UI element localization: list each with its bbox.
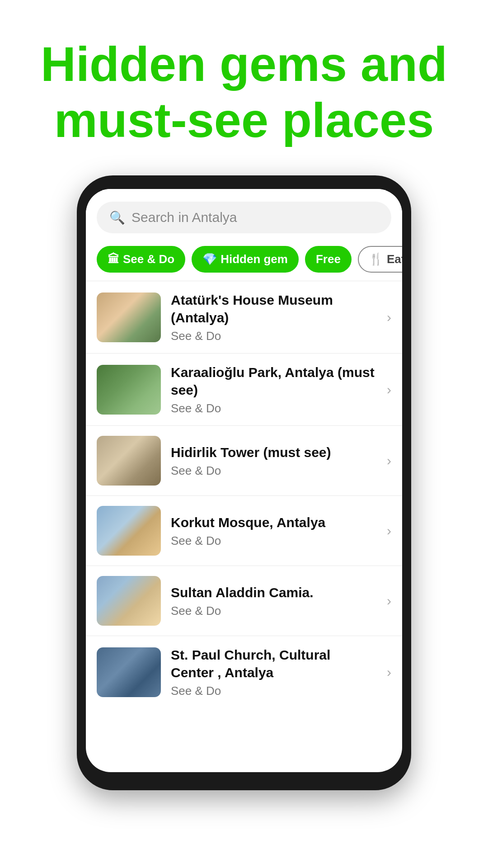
item-name: Karaalioğlu Park, Antalya (must see)	[171, 363, 377, 399]
item-info: Atatürk's House Museum (Antalya) See & D…	[171, 291, 377, 343]
chip-hidden-gem-label: Hidden gem	[221, 252, 288, 266]
chip-free[interactable]: Free	[305, 246, 352, 273]
item-thumbnail	[97, 365, 161, 415]
item-category: See & Do	[171, 401, 377, 415]
places-list: Atatürk's House Museum (Antalya) See & D…	[86, 281, 402, 708]
phone-screen: 🔍 Search in Antalya 🏛 See & Do 💎 Hidden …	[86, 189, 402, 772]
list-item[interactable]: St. Paul Church, Cultural Center , Antal…	[86, 636, 402, 708]
hero-title: Hidden gems and must-see places	[27, 36, 461, 148]
chevron-right-icon: ›	[387, 310, 391, 325]
search-bar[interactable]: 🔍 Search in Antalya	[97, 202, 391, 233]
see-do-icon: 🏛	[108, 252, 119, 266]
chip-eat-label: Eat	[387, 252, 402, 266]
chevron-right-icon: ›	[387, 523, 391, 538]
item-name: St. Paul Church, Cultural Center , Antal…	[171, 646, 377, 681]
list-item[interactable]: Sultan Aladdin Camia. See & Do ›	[86, 566, 402, 636]
search-icon: 🔍	[109, 210, 125, 225]
item-category: See & Do	[171, 684, 377, 698]
filter-row: 🏛 See & Do 💎 Hidden gem Free 🍴 Eat 👜 Sh	[86, 241, 402, 281]
item-name: Sultan Aladdin Camia.	[171, 584, 377, 601]
chevron-right-icon: ›	[387, 665, 391, 680]
chip-eat[interactable]: 🍴 Eat	[358, 246, 402, 273]
item-name: Korkut Mosque, Antalya	[171, 514, 377, 531]
item-thumbnail	[97, 576, 161, 626]
item-category: See & Do	[171, 534, 377, 548]
item-info: Hidirlik Tower (must see) See & Do	[171, 443, 377, 478]
hero-title-line2: must-see places	[54, 93, 434, 147]
phone-wrapper: 🔍 Search in Antalya 🏛 See & Do 💎 Hidden …	[0, 175, 488, 790]
list-item[interactable]: Atatürk's House Museum (Antalya) See & D…	[86, 281, 402, 353]
item-category: See & Do	[171, 464, 377, 478]
eat-icon: 🍴	[369, 252, 383, 266]
item-thumbnail	[97, 436, 161, 486]
item-name: Atatürk's House Museum (Antalya)	[171, 291, 377, 326]
hidden-gem-icon: 💎	[202, 252, 217, 266]
chevron-right-icon: ›	[387, 453, 391, 468]
item-thumbnail	[97, 292, 161, 342]
item-name: Hidirlik Tower (must see)	[171, 443, 377, 461]
hero-section: Hidden gems and must-see places	[0, 0, 488, 175]
item-thumbnail	[97, 647, 161, 697]
item-info: Karaalioğlu Park, Antalya (must see) See…	[171, 363, 377, 415]
chevron-right-icon: ›	[387, 593, 391, 609]
item-info: Sultan Aladdin Camia. See & Do	[171, 584, 377, 618]
item-thumbnail	[97, 506, 161, 556]
search-input-placeholder[interactable]: Search in Antalya	[131, 210, 237, 225]
item-category: See & Do	[171, 329, 377, 343]
list-item[interactable]: Karaalioğlu Park, Antalya (must see) See…	[86, 354, 402, 425]
chip-see-do[interactable]: 🏛 See & Do	[97, 246, 185, 273]
item-category: See & Do	[171, 604, 377, 618]
chevron-right-icon: ›	[387, 382, 391, 397]
chip-hidden-gem[interactable]: 💎 Hidden gem	[192, 246, 299, 273]
phone-frame: 🔍 Search in Antalya 🏛 See & Do 💎 Hidden …	[77, 175, 411, 790]
list-item[interactable]: Hidirlik Tower (must see) See & Do ›	[86, 426, 402, 495]
item-info: St. Paul Church, Cultural Center , Antal…	[171, 646, 377, 698]
chip-free-label: Free	[316, 252, 341, 266]
chip-see-do-label: See & Do	[123, 252, 174, 266]
hero-title-line1: Hidden gems and	[41, 37, 447, 91]
item-info: Korkut Mosque, Antalya See & Do	[171, 514, 377, 548]
list-item[interactable]: Korkut Mosque, Antalya See & Do ›	[86, 496, 402, 566]
search-container: 🔍 Search in Antalya	[86, 189, 402, 241]
